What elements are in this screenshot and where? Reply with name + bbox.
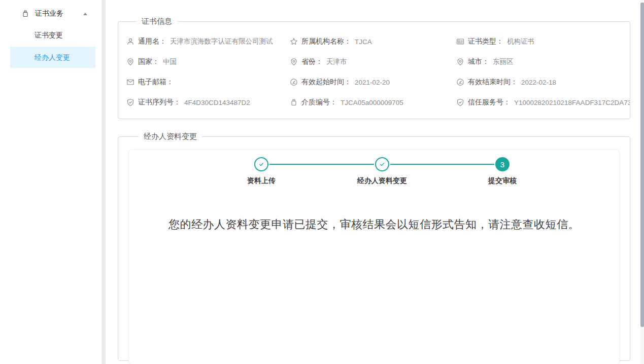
- step-1-label: 资料上传: [211, 176, 312, 186]
- certificate-info-grid: 通用名： 天津市滨海数字认证有限公司测试 所属机构名称： TJCA 证书类型： …: [126, 31, 630, 113]
- field-label: 证书类型：: [468, 37, 503, 46]
- agent-change-panel: 经办人资料变更 3 资料上传 经办人资料变更 提交审核 您的经: [118, 132, 630, 361]
- field-label: 所属机构名称：: [301, 37, 351, 46]
- collapse-caret-icon[interactable]: [83, 13, 87, 15]
- user-icon: [126, 38, 134, 46]
- shield-check-icon: [456, 98, 464, 106]
- field-value: 中国: [163, 57, 177, 66]
- field-value: TJCA: [355, 38, 372, 46]
- field-label: 介质编号：: [301, 98, 337, 107]
- field-label: 证书序列号：: [138, 98, 181, 107]
- mail-icon: [126, 78, 134, 86]
- agent-change-legend: 经办人资料变更: [139, 132, 202, 141]
- star-icon: [290, 38, 298, 46]
- vertical-scrollbar: [640, 0, 644, 364]
- submission-result-message: 您的经办人资料变更申请已提交，审核结果会以短信形式告知，请注意查收短信。: [129, 217, 619, 232]
- field-label: 省份：: [301, 57, 323, 66]
- location-pin-icon: [290, 58, 298, 66]
- scrollbar-thumb[interactable]: [640, 3, 644, 327]
- field-value: 2021-02-20: [355, 79, 390, 86]
- field-org-name: 所属机构名称： TJCA: [290, 31, 456, 52]
- field-label: 信任服务号：: [468, 98, 511, 107]
- field-value: TJCA05a000009705: [341, 99, 403, 106]
- field-province: 省份： 天津市: [290, 52, 456, 72]
- field-value: 天津市: [326, 57, 347, 66]
- field-cert-serial: 证书序列号： 4F4D30CD143487D2: [126, 92, 290, 113]
- sidebar-menu-label: 证书业务: [35, 9, 63, 18]
- field-value: 机构证书: [507, 37, 534, 46]
- main-content: 证书信息 通用名： 天津市滨海数字认证有限公司测试 所属机构名称： TJCA 证…: [106, 0, 640, 364]
- step-2-done-circle: [375, 157, 389, 171]
- field-value: 4F4D30CD143487D2: [184, 99, 250, 106]
- certificate-info-legend: 证书信息: [137, 17, 177, 26]
- step-connector: [269, 164, 374, 165]
- step-3-label: 提交审核: [452, 176, 553, 186]
- field-media-number: 介质编号： TJCA05a000009705: [290, 92, 456, 113]
- sidebar-item-cert-change[interactable]: 证书变更: [0, 24, 101, 46]
- shield-check-icon: [126, 98, 134, 106]
- field-label: 国家：: [138, 57, 159, 66]
- field-value: 天津市滨海数字认证有限公司测试: [170, 37, 273, 46]
- field-common-name: 通用名： 天津市滨海数字认证有限公司测试: [126, 31, 290, 52]
- usb-key-icon: [290, 98, 298, 106]
- step-3-active-circle: 3: [495, 157, 510, 171]
- sidebar-divider: [101, 0, 106, 364]
- certificate-info-panel: 证书信息 通用名： 天津市滨海数字认证有限公司测试 所属机构名称： TJCA 证…: [118, 17, 630, 119]
- step-1-done-circle: [254, 157, 268, 171]
- check-icon: [379, 161, 386, 168]
- check-icon: [258, 161, 265, 168]
- field-country: 国家： 中国: [126, 52, 290, 72]
- field-label: 有效起始时间：: [301, 78, 351, 87]
- id-card-icon: [456, 38, 464, 46]
- field-value: Y10002820210218FAADF317C2DA7326: [514, 99, 630, 106]
- step-2-label: 经办人资料变更: [331, 176, 433, 186]
- step-connector: [390, 164, 494, 165]
- gauge-clock-icon: [290, 78, 298, 86]
- field-trust-service-number: 信任服务号： Y10002820210218FAADF317C2DA7326: [456, 92, 630, 113]
- field-label: 通用名：: [138, 37, 166, 46]
- field-value: 东丽区: [493, 57, 514, 66]
- field-email: 电子邮箱：: [126, 72, 290, 92]
- sidebar-item-agent-change[interactable]: 经办人变更: [10, 47, 95, 68]
- field-value: 2022-02-18: [521, 79, 556, 86]
- agent-change-card: 3 资料上传 经办人资料变更 提交审核 您的经办人资料变更申请已提交，审核结果会…: [128, 150, 620, 364]
- field-cert-type: 证书类型： 机构证书: [456, 31, 630, 52]
- field-label: 城市：: [468, 57, 489, 66]
- sidebar: 证书业务 证书变更 经办人变更: [0, 0, 101, 364]
- location-pin-icon: [126, 58, 134, 66]
- sidebar-menu-cert-business[interactable]: 证书业务: [0, 6, 101, 21]
- location-pin-icon: [456, 58, 464, 66]
- field-label: 有效结束时间：: [468, 78, 518, 87]
- field-valid-to: 有效结束时间： 2022-02-18: [456, 72, 630, 92]
- field-valid-from: 有效起始时间： 2021-02-20: [290, 72, 456, 92]
- gauge-clock-icon: [456, 78, 464, 86]
- progress-stepper: 3 资料上传 经办人资料变更 提交审核: [129, 150, 619, 195]
- field-city: 城市： 东丽区: [456, 52, 630, 72]
- usb-key-icon: [21, 10, 29, 18]
- field-label: 电子邮箱：: [138, 78, 174, 87]
- certificate-app-window: 证书业务 证书变更 经办人变更 证书信息 通用名： 天津市滨海数字认证有限公司测…: [0, 0, 644, 364]
